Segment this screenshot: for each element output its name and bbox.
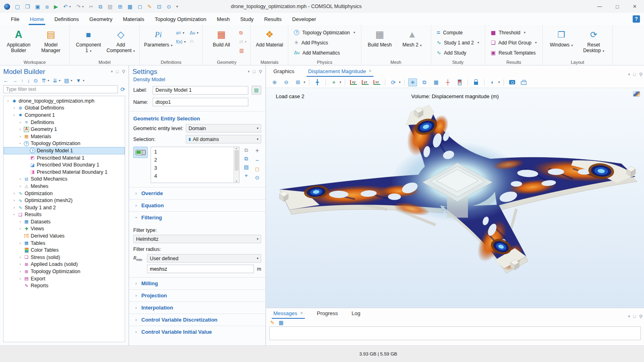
view-xz-icon[interactable]: xz xyxy=(372,78,381,86)
panel-pin-icon[interactable]: ⚲ xyxy=(639,314,642,319)
menu-tab-geometry[interactable]: Geometry xyxy=(88,14,113,25)
ribbon-button-build-mesh[interactable]: ▦Build Mesh xyxy=(365,27,394,48)
panel-collapse-icon[interactable]: ▾ xyxy=(111,69,113,74)
go-to-default-view-icon[interactable]: ⌖ xyxy=(329,78,338,86)
run-icon[interactable]: ▶ xyxy=(54,4,58,9)
menu-tab-materials[interactable]: Materials xyxy=(122,14,145,25)
filter-type-dropdown[interactable]: Helmholtz ▾ xyxy=(133,235,261,243)
ribbon-button-topology-optimization[interactable]: ?Topology Optimization▾ xyxy=(292,28,357,37)
move-up-icon[interactable]: ↑ xyxy=(21,78,24,83)
name-field-input[interactable] xyxy=(153,98,248,106)
move-node-icon[interactable]: ⊞ xyxy=(118,4,122,9)
delete-icon[interactable]: ▦ xyxy=(128,4,132,9)
tree-item-prescribed-material-1[interactable]: ◩Prescribed Material 1 xyxy=(4,154,125,162)
entity-level-dropdown[interactable]: Domain ▾ xyxy=(186,124,261,133)
tree-chevron-icon[interactable]: › xyxy=(17,262,23,266)
tree-chevron-icon[interactable]: › xyxy=(17,127,23,131)
tree-item-datasets[interactable]: ›▦Datasets xyxy=(4,218,125,225)
messages-output[interactable] xyxy=(269,326,641,340)
zoom-to-selection-icon[interactable]: ⌖ xyxy=(245,173,248,178)
tree-item-topology-optimization[interactable]: ›?Topology Optimization xyxy=(4,140,125,147)
plot-thumb-icon[interactable] xyxy=(633,91,640,97)
rmin-dropdown[interactable]: User defined ▾ xyxy=(147,254,261,263)
messages-tab-log[interactable]: Log xyxy=(350,308,362,319)
radius-expression-input[interactable] xyxy=(147,265,254,273)
tree-item-optimization-mesh2[interactable]: ›∿Optimization (mesh2) xyxy=(4,197,125,204)
selection-list-item[interactable]: 1 xyxy=(151,148,233,156)
label-field-input[interactable] xyxy=(153,86,248,95)
menu-tab-study[interactable]: Study xyxy=(239,14,255,25)
panel-float-icon[interactable]: □ xyxy=(633,314,636,319)
menu-tab-mesh[interactable]: Mesh xyxy=(216,14,231,25)
panel-pin-icon[interactable]: ⚲ xyxy=(122,69,125,74)
zoom-extents-icon[interactable]: ╋ xyxy=(313,78,322,86)
tree-chevron-icon[interactable]: › xyxy=(6,98,10,104)
section-milling[interactable]: ›Milling xyxy=(129,277,265,289)
ribbon-button-component-1[interactable]: ■Component 1 ▾ xyxy=(74,27,103,53)
tree-chevron-icon[interactable]: › xyxy=(17,255,23,259)
ribbon-button-application-builder[interactable]: AApplication Builder xyxy=(4,27,33,53)
panel-collapse-icon[interactable]: ▾ xyxy=(628,314,630,319)
environment-icon[interactable]: ◐ xyxy=(488,78,497,86)
tree-item-results[interactable]: ›❏Results xyxy=(4,211,125,219)
tree-item-stress-solid[interactable]: ›❏Stress (solid) xyxy=(4,254,125,261)
graphics-tab-graphics[interactable]: Graphics xyxy=(272,66,296,77)
undo-icon[interactable]: ↶ xyxy=(63,4,68,9)
save-icon[interactable]: ▣ xyxy=(35,4,40,9)
tree-chevron-icon[interactable]: › xyxy=(17,241,23,245)
tree-chevron-icon[interactable]: › xyxy=(12,112,16,118)
tree-item-meshes[interactable]: ›◬Meshes xyxy=(4,183,125,190)
tree-item-export[interactable]: ›▤Export xyxy=(4,275,125,282)
ribbon-button-add-physics[interactable]: ✳Add Physics xyxy=(292,38,357,47)
tree-chevron-icon[interactable]: › xyxy=(17,220,23,224)
panel-float-icon[interactable]: □ xyxy=(633,72,636,77)
redo-icon[interactable]: ↷ xyxy=(76,4,80,9)
scroll-track[interactable] xyxy=(235,171,239,180)
tree-item-component-1[interactable]: ›■Component 1 xyxy=(4,112,125,119)
menu-tab-developer[interactable]: Developer xyxy=(291,14,317,25)
qat-more-icon[interactable]: ▾ xyxy=(176,5,178,8)
zoom-box-icon[interactable]: ⊞ xyxy=(294,78,302,86)
copy-selection-icon[interactable]: ⧉ xyxy=(244,156,248,161)
tree-chevron-icon[interactable]: › xyxy=(17,135,23,139)
section-override[interactable]: ›Override xyxy=(129,187,265,199)
ribbon-button-virtual-operations-icon[interactable]: ▥ xyxy=(239,47,246,54)
select-icon[interactable]: ◻ xyxy=(138,4,142,9)
menu-tab-home[interactable]: Home xyxy=(29,14,45,25)
collapse-icon[interactable]: ⇊ xyxy=(53,78,57,83)
transparency-icon[interactable]: ⧉ xyxy=(420,78,429,86)
tab-close-icon[interactable]: ✕ xyxy=(369,69,372,73)
view-yz-icon[interactable]: yz xyxy=(361,78,369,86)
view-lock-icon[interactable] xyxy=(472,78,480,86)
tree-item-definitions[interactable]: ›≡Definitions xyxy=(4,119,125,126)
tree-item-derived-values[interactable]: 8.85e-12Derived Values xyxy=(4,232,125,240)
section-equation[interactable]: ›Equation xyxy=(129,199,265,211)
print-icon[interactable] xyxy=(519,78,528,86)
tree-item-global-definitions[interactable]: ›⊕Global Definitions xyxy=(4,105,125,112)
ribbon-button-reset-desktop[interactable]: ⟳Reset Desktop ▾ xyxy=(579,27,608,53)
selection-list-item[interactable]: 2 xyxy=(151,156,233,164)
tree-chevron-icon[interactable]: › xyxy=(11,206,17,210)
remove-from-selection-icon[interactable]: − xyxy=(256,157,259,163)
tree-item-solid-mechanics[interactable]: ›⊟Solid Mechanics xyxy=(4,176,125,183)
show-selection-icon[interactable]: ⊙ xyxy=(255,175,260,180)
new-file-icon[interactable]: ▢ xyxy=(15,4,20,9)
tree-chevron-icon[interactable]: › xyxy=(11,192,17,196)
graphics-tab-displacement-magnitude[interactable]: Displacement Magnitude✕ xyxy=(306,66,373,77)
section-filtering[interactable]: ›Filtering xyxy=(129,211,265,223)
ribbon-button-threshold[interactable]: ■Threshold▾ xyxy=(489,28,539,37)
refresh-icon[interactable]: ⟳ xyxy=(120,86,125,92)
show-axis-icon[interactable]: ┼ xyxy=(443,78,452,86)
paste-icon[interactable]: ▤ xyxy=(108,4,113,9)
rotate-icon[interactable]: ⟳ xyxy=(389,78,398,86)
move-down-icon[interactable]: ↓ xyxy=(27,78,30,83)
close-icon[interactable]: ✕ xyxy=(633,4,637,9)
active-selection-toggle[interactable] xyxy=(133,147,148,158)
expand-icon[interactable]: ⇈ xyxy=(42,78,46,83)
copy-icon[interactable]: ⧉ xyxy=(99,4,102,9)
ribbon-button-study-1-and-2[interactable]: ∿Study 1 and 2▾ xyxy=(435,38,481,47)
tree-chevron-icon[interactable]: › xyxy=(11,106,17,110)
tree-item-reports[interactable]: ✎Reports xyxy=(4,282,125,289)
tree-item-prescribed-void-boundary-1[interactable]: ◪Prescribed Void Boundary 1 xyxy=(4,161,125,168)
selection-list-item[interactable]: 3 xyxy=(151,164,233,172)
